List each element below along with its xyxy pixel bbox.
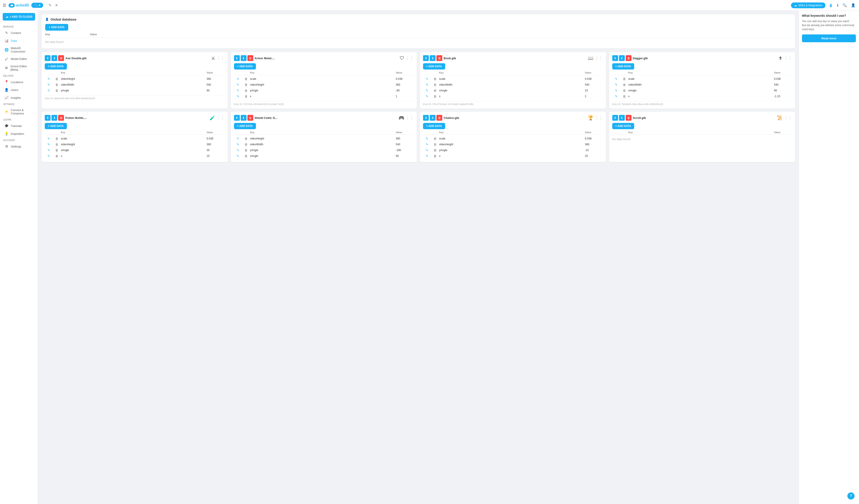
edit-row-button[interactable]: ✎ xyxy=(234,94,242,98)
edit-row-button[interactable]: ✎ xyxy=(45,154,53,158)
edit-row-button[interactable]: ✎ xyxy=(45,142,53,147)
asset-settings-icon[interactable]: ⋮⋮ xyxy=(216,115,225,120)
delete-button[interactable]: 🗑 xyxy=(626,55,632,61)
upload-button[interactable]: ⬆ xyxy=(423,55,429,61)
upload-button[interactable]: ⬆ xyxy=(45,115,50,121)
delete-row-button[interactable]: 🗑 xyxy=(53,82,61,87)
edit-row-button[interactable]: ✎ xyxy=(612,88,620,93)
delete-button[interactable]: 🗑 xyxy=(58,55,64,61)
edit-row-button[interactable]: ✎ xyxy=(612,77,620,81)
close-icon[interactable]: ✕ xyxy=(54,2,59,8)
edit-row-button[interactable]: ✎ xyxy=(234,148,242,153)
hamburger-icon[interactable]: ☰ xyxy=(3,3,6,8)
download-button[interactable]: ⬇ xyxy=(241,55,246,61)
delete-button[interactable]: 🗑 xyxy=(58,115,64,121)
download-button[interactable]: ⬇ xyxy=(430,55,436,61)
delete-row-button[interactable]: 🗑 xyxy=(53,142,61,147)
edit-row-button[interactable]: ✎ xyxy=(234,88,242,93)
edit-row-button[interactable]: ✎ xyxy=(423,94,431,98)
edit-row-button[interactable]: ✎ xyxy=(423,77,431,81)
user-icon[interactable]: 👤 xyxy=(850,2,856,8)
drop-icon[interactable]: 💧 xyxy=(828,2,834,8)
delete-button[interactable]: 🗑 xyxy=(626,115,632,121)
sidebar-item-users[interactable]: 👤Users xyxy=(1,86,36,94)
asset-settings-icon[interactable]: ⋮⋮ xyxy=(216,56,225,61)
read-more-button[interactable]: Read more xyxy=(802,34,856,42)
active-tab[interactable]: 🔧 ▾ xyxy=(31,3,43,8)
delete-row-button[interactable]: 🗑 xyxy=(53,154,61,158)
asset-settings-icon[interactable]: ⋮⋮ xyxy=(595,115,603,120)
asset-settings-icon[interactable]: ⋮⋮ xyxy=(595,56,603,61)
delete-row-button[interactable]: 🗑 xyxy=(431,94,439,98)
delete-row-button[interactable]: 🗑 xyxy=(620,77,628,81)
upload-button[interactable]: ⬆ xyxy=(423,115,429,121)
asset-settings-icon[interactable]: ⋮⋮ xyxy=(784,56,792,61)
sidebar-item-model-editor[interactable]: 🖊Model Editor xyxy=(1,55,36,63)
delete-row-button[interactable]: 🗑 xyxy=(620,94,628,98)
upload-button[interactable]: ⬆ xyxy=(234,55,240,61)
delete-row-button[interactable]: 🗑 xyxy=(431,88,439,93)
help-button[interactable]: ? xyxy=(847,492,855,500)
asset-add-data-button[interactable]: + ADD DATA xyxy=(234,63,256,69)
edit-row-button[interactable]: ✎ xyxy=(45,148,53,153)
delete-row-button[interactable]: 🗑 xyxy=(431,136,439,141)
delete-row-button[interactable]: 🗑 xyxy=(431,77,439,81)
sidebar-item-settings[interactable]: ⚙Settings xyxy=(1,143,36,150)
sidebar-item-convert-&-compress[interactable]: ⚡Convert & Compress xyxy=(1,107,36,117)
delete-row-button[interactable]: 🗑 xyxy=(242,154,250,158)
download-button[interactable]: ⬇ xyxy=(430,115,436,121)
download-button[interactable]: ⬇ xyxy=(619,55,625,61)
asset-settings-icon[interactable]: ⋮⋮ xyxy=(406,115,413,120)
info-icon[interactable]: ℹ xyxy=(836,2,839,8)
upload-button[interactable]: ⬆ xyxy=(45,55,50,61)
delete-row-button[interactable]: 🗑 xyxy=(431,148,439,153)
sdk-integrations-button[interactable]: ☁ SDKs & Integrations xyxy=(791,2,826,8)
upload-button[interactable]: ⬆ xyxy=(234,115,240,121)
delete-button[interactable]: 🗑 xyxy=(436,115,442,121)
edit-row-button[interactable]: ✎ xyxy=(45,88,53,93)
download-button[interactable]: ⬇ xyxy=(51,115,57,121)
sidebar-item-inspiration[interactable]: 💡Inspiration xyxy=(1,130,36,138)
asset-add-data-button[interactable]: + ADD DATA xyxy=(612,123,634,129)
delete-row-button[interactable]: 🗑 xyxy=(53,136,61,141)
edit-row-button[interactable]: ✎ xyxy=(234,82,242,87)
asset-add-data-button[interactable]: + ADD DATA xyxy=(423,63,445,69)
delete-button[interactable]: 🗑 xyxy=(436,55,442,61)
delete-button[interactable]: 🗑 xyxy=(247,115,253,121)
upload-button[interactable]: ⬆ xyxy=(612,55,618,61)
edit-icon[interactable]: ✎ xyxy=(47,2,53,8)
add-to-cloud-button[interactable]: ☁ + ADD TO CLOUD xyxy=(3,13,35,20)
delete-row-button[interactable]: 🗑 xyxy=(242,148,250,153)
edit-row-button[interactable]: ✎ xyxy=(234,142,242,147)
edit-row-button[interactable]: ✎ xyxy=(234,136,242,141)
delete-row-button[interactable]: 🗑 xyxy=(431,154,439,158)
delete-row-button[interactable]: 🗑 xyxy=(53,77,61,81)
edit-row-button[interactable]: ✎ xyxy=(45,82,53,87)
delete-row-button[interactable]: 🗑 xyxy=(620,82,628,87)
asset-settings-icon[interactable]: ⋮⋮ xyxy=(784,115,792,120)
asset-settings-icon[interactable]: ⋮⋮ xyxy=(406,56,413,61)
delete-button[interactable]: 🗑 xyxy=(247,55,253,61)
delete-row-button[interactable]: 🗑 xyxy=(431,82,439,87)
delete-row-button[interactable]: 🗑 xyxy=(431,142,439,147)
edit-row-button[interactable]: ✎ xyxy=(423,136,431,141)
edit-row-button[interactable]: ✎ xyxy=(423,88,431,93)
upload-button[interactable]: ⬆ xyxy=(612,115,618,121)
delete-row-button[interactable]: 🗑 xyxy=(242,142,250,147)
edit-row-button[interactable]: ✎ xyxy=(423,142,431,147)
edit-row-button[interactable]: ✎ xyxy=(234,154,242,158)
edit-row-button[interactable]: ✎ xyxy=(45,77,53,81)
sidebar-item-insights[interactable]: 📈Insights xyxy=(1,94,36,101)
edit-row-button[interactable]: ✎ xyxy=(612,94,620,98)
download-button[interactable]: ⬇ xyxy=(51,55,57,61)
delete-row-button[interactable]: 🗑 xyxy=(242,136,250,141)
edit-row-button[interactable]: ✎ xyxy=(423,82,431,87)
edit-row-button[interactable]: ✎ xyxy=(423,154,431,158)
search-icon[interactable]: 🔍 xyxy=(842,2,848,8)
delete-row-button[interactable]: 🗑 xyxy=(620,88,628,93)
delete-row-button[interactable]: 🗑 xyxy=(53,88,61,93)
edit-row-button[interactable]: ✎ xyxy=(45,136,53,141)
delete-row-button[interactable]: 🗑 xyxy=(242,94,250,98)
sidebar-item-content[interactable]: ✎Content xyxy=(1,29,36,37)
download-button[interactable]: ⬇ xyxy=(241,115,246,121)
